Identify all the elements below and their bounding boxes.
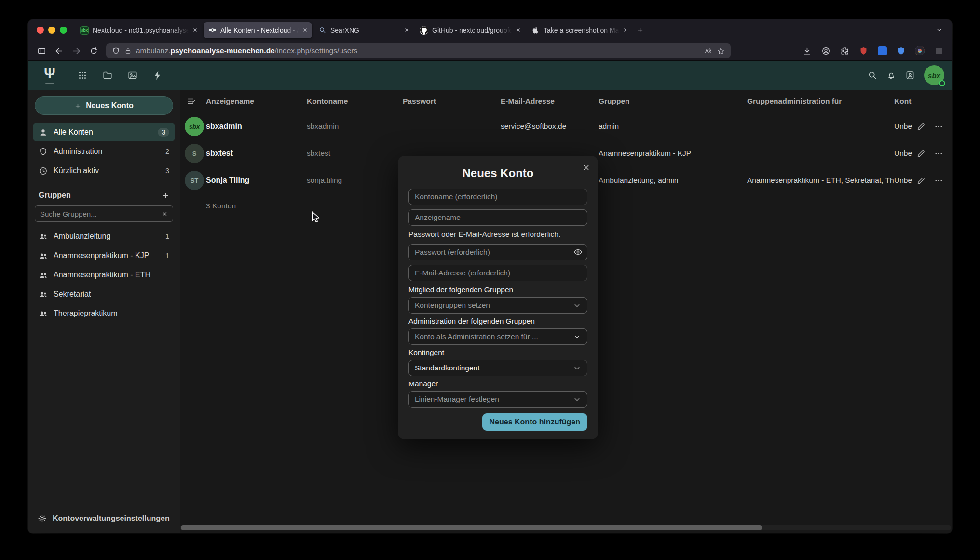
member-groups-select[interactable]: Kontengruppen setzen [408,297,587,314]
translate-icon[interactable] [704,47,712,55]
select-placeholder: Kontengruppen setzen [415,301,569,310]
horizontal-scrollbar-thumb[interactable] [181,525,762,530]
column-gruppen[interactable]: Gruppen [599,97,747,106]
window-controls [37,27,67,34]
quota-select[interactable]: Standardkontingent [408,360,587,376]
horizontal-scrollbar-track[interactable] [180,525,951,530]
extension-multicolor-icon[interactable] [912,43,927,58]
files-app-icon[interactable] [102,70,113,81]
toggle-password-visibility-icon[interactable] [573,247,583,257]
sidebar-item-administration[interactable]: Administration 2 [33,142,175,161]
account-button[interactable] [818,43,833,58]
reload-button[interactable] [86,43,101,58]
unified-search-icon[interactable] [868,70,877,80]
user-avatar[interactable]: sbx [924,65,944,85]
groups-section-header: Gruppen [34,191,174,200]
groups-cell: Ambulanzleitung, admin [599,176,747,185]
activity-app-icon[interactable] [152,70,163,81]
downloads-button[interactable] [799,43,815,58]
edit-user-icon[interactable] [916,122,926,131]
forward-button[interactable] [68,43,84,58]
clear-search-icon[interactable] [162,211,168,217]
lock-icon[interactable] [124,47,132,55]
close-window-button[interactable] [37,27,44,34]
sidebar-toggle-button[interactable] [34,43,49,58]
edit-user-icon[interactable] [916,149,926,158]
user-icon [39,128,48,137]
url-bar[interactable]: ambulanz.psychoanalyse-muenchen.de/index… [106,43,731,58]
clock-icon [39,166,48,176]
extension-blue-shield-icon[interactable] [893,43,909,58]
zoom-window-button[interactable] [60,27,67,34]
sidebar-item-count: 3 [165,167,169,175]
admin-groups-select[interactable]: Konto als Administration setzen für ... [408,328,587,345]
modal-title: Neues Konto [408,166,587,180]
tab-alle-konten-active[interactable]: Alle Konten - Nextcloud - Ambu [204,22,312,38]
tab-close-icon[interactable] [623,27,628,33]
column-anzeigename[interactable]: Anzeigename [206,97,307,106]
tab-searxng[interactable]: SearXNG [313,22,414,38]
online-status-dot [939,80,945,86]
tracking-protection-shield-icon[interactable] [112,47,120,55]
new-tab-button[interactable] [633,23,647,38]
contacts-menu-icon[interactable] [905,70,915,80]
modal-actions: Neues Konto hinzufügen [408,413,587,431]
list-all-tabs-button[interactable] [932,23,946,38]
extension-blue-square-icon[interactable] [874,43,890,58]
sidebar-group-anamnesenpraktikum-kjp[interactable]: Anamnesenpraktikum - KJP 1 [33,246,175,265]
tab-close-icon[interactable] [192,27,198,33]
chevron-down-icon [573,333,581,341]
tab-github[interactable]: GitHub - nextcloud/groupfolder [415,22,525,38]
minimize-window-button[interactable] [48,27,55,34]
edit-user-icon[interactable] [916,176,926,185]
group-search-input[interactable]: Suche Gruppen... [35,205,173,222]
extensions-button[interactable] [837,43,852,58]
sidebar-group-sekretariat[interactable]: Sekretariat [33,285,175,303]
new-account-button[interactable]: Neues Konto [35,96,173,115]
email-input[interactable] [408,265,587,281]
group-icon [39,232,48,241]
sidebar-group-anamnesenpraktikum-eth[interactable]: Anamnesenpraktikum - ETH [33,266,175,284]
app-logo[interactable]: Ψ [36,67,64,84]
toggle-columns-icon[interactable] [185,96,206,106]
photos-app-icon[interactable] [127,70,138,81]
quota-label: Kontingent [408,348,587,357]
sidebar-group-ambulanzleitung[interactable]: Ambulanzleitung 1 [33,227,175,246]
submit-new-account-button[interactable]: Neues Konto hinzufügen [482,413,587,431]
add-group-icon[interactable] [162,192,169,199]
searxng-favicon [318,26,327,35]
tab-title: Nextcloud - nc01.psychoanalyse [93,27,189,34]
apple-favicon [531,26,540,35]
tab-apple-support[interactable]: Take a screenshot on Mac - Ap [527,22,633,38]
user-actions-menu-icon[interactable] [934,149,943,158]
column-email[interactable]: E-Mail-Adresse [501,97,599,106]
tab-nextcloud-nc01[interactable]: sbx Nextcloud - nc01.psychoanalyse [76,22,202,38]
psi-logo-mark: Ψ [44,67,55,81]
tab-close-icon[interactable] [404,27,409,33]
column-kontoname[interactable]: Kontoname [307,97,403,106]
table-row-sbxadmin: sbx sbxadmin sbxadmin service@softbox.de… [180,113,952,140]
bookmark-star-icon[interactable] [717,47,725,55]
user-actions-menu-icon[interactable] [934,176,943,185]
sidebar-item-kuerzlich-aktiv[interactable]: Kürzlich aktiv 3 [33,162,175,180]
anzeigename-input[interactable] [408,209,587,226]
manager-select[interactable]: Linien-Manager festlegen [408,391,587,408]
tab-close-icon[interactable] [302,27,308,33]
kontoname-input[interactable] [408,189,587,205]
extension-red-shield-icon[interactable] [856,43,871,58]
column-passwort[interactable]: Passwort [403,97,501,106]
back-button[interactable] [51,43,67,58]
account-name-cell: sbxadmin [307,122,403,131]
menu-button[interactable] [931,43,946,58]
tab-close-icon[interactable] [516,27,521,33]
member-groups-label: Mitglied der folgenden Gruppen [408,286,587,294]
password-input[interactable] [408,244,587,260]
account-management-settings[interactable]: Kontoverwaltungseinstellungen [32,510,176,527]
sidebar-item-alle-konten[interactable]: Alle Konten 3 [33,123,175,141]
column-gruppenadministration[interactable]: Gruppenadministration für [747,97,894,106]
user-actions-menu-icon[interactable] [934,122,943,131]
notifications-bell-icon[interactable] [886,70,896,80]
sidebar-group-therapiepraktikum[interactable]: Therapiepraktikum [33,304,175,323]
modal-close-icon[interactable] [582,164,590,172]
dashboard-app-icon[interactable] [77,70,88,81]
